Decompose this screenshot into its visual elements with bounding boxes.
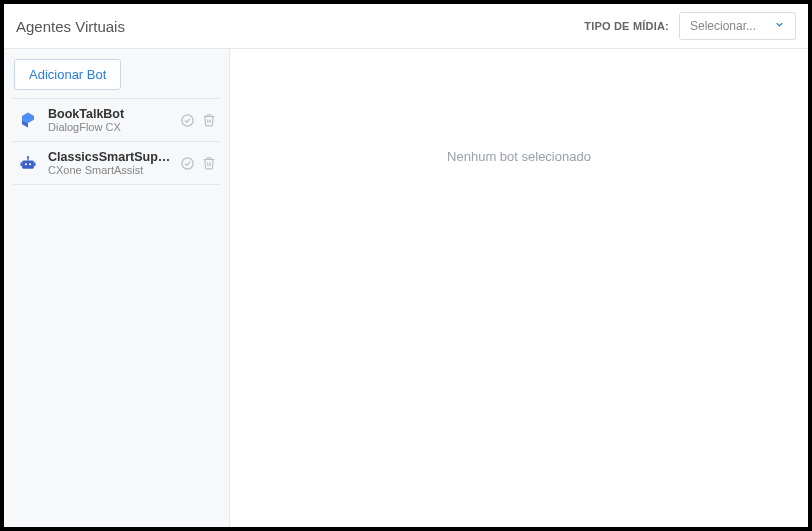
- bot-text: ClassicsSmartSuppo... CXone SmartAssist: [48, 150, 171, 176]
- bot-provider: DialogFlow CX: [48, 121, 171, 133]
- svg-rect-6: [21, 162, 23, 166]
- media-type-select[interactable]: Selecionar...: [679, 12, 796, 40]
- body: Adicionar Bot BookTalkBot DialogFlow CX: [4, 49, 808, 527]
- chevron-down-icon: [774, 19, 785, 33]
- trash-icon[interactable]: [201, 112, 217, 128]
- svg-point-5: [27, 156, 29, 158]
- bot-list: BookTalkBot DialogFlow CX: [12, 98, 221, 185]
- svg-rect-1: [22, 161, 34, 169]
- item-actions: [179, 155, 217, 171]
- svg-rect-7: [34, 162, 36, 166]
- list-item[interactable]: ClassicsSmartSuppo... CXone SmartAssist: [12, 142, 221, 185]
- trash-icon[interactable]: [201, 155, 217, 171]
- page-title: Agentes Virtuais: [16, 18, 125, 35]
- svg-point-3: [29, 163, 31, 165]
- empty-state-text: Nenhum bot selecionado: [447, 149, 591, 164]
- sidebar: Adicionar Bot BookTalkBot DialogFlow CX: [4, 49, 230, 527]
- svg-point-0: [181, 114, 192, 125]
- svg-point-8: [181, 157, 192, 168]
- select-placeholder: Selecionar...: [690, 19, 756, 33]
- header: Agentes Virtuais TIPO DE MÍDIA: Selecion…: [4, 4, 808, 49]
- item-actions: [179, 112, 217, 128]
- add-bot-button[interactable]: Adicionar Bot: [14, 59, 121, 90]
- cxone-bot-icon: [16, 151, 40, 175]
- check-icon[interactable]: [179, 155, 195, 171]
- main-panel: Nenhum bot selecionado: [230, 49, 808, 527]
- bot-name: BookTalkBot: [48, 107, 171, 121]
- virtual-agents-window: Agentes Virtuais TIPO DE MÍDIA: Selecion…: [4, 4, 808, 527]
- header-right: TIPO DE MÍDIA: Selecionar...: [584, 12, 796, 40]
- list-item[interactable]: BookTalkBot DialogFlow CX: [12, 99, 221, 142]
- check-icon[interactable]: [179, 112, 195, 128]
- svg-point-2: [25, 163, 27, 165]
- bot-text: BookTalkBot DialogFlow CX: [48, 107, 171, 133]
- media-type-label: TIPO DE MÍDIA:: [584, 20, 669, 32]
- bot-name: ClassicsSmartSuppo...: [48, 150, 171, 164]
- bot-provider: CXone SmartAssist: [48, 164, 171, 176]
- dialogflow-icon: [16, 108, 40, 132]
